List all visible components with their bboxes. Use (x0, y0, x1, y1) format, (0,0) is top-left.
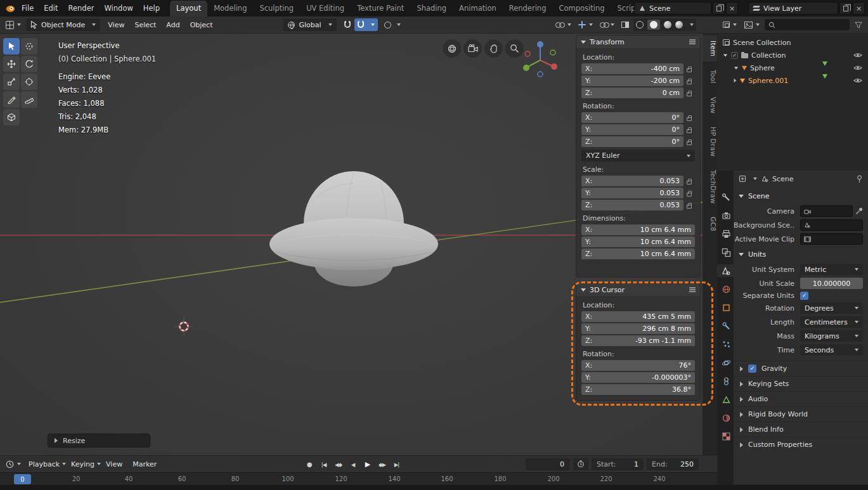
hide-object-eye-icon[interactable] (853, 65, 862, 71)
tab-tool[interactable] (718, 191, 734, 203)
workspace-tab-layout[interactable]: Layout (170, 1, 207, 16)
previous-keyframe-button[interactable]: ◀◆ (332, 458, 345, 471)
dimensions-z-field[interactable]: Z:10 cm 6.4 mm (581, 248, 695, 259)
scale-y-field[interactable]: Y:0.053 (581, 188, 683, 198)
tool-scale[interactable] (3, 74, 20, 90)
tab-particles[interactable] (718, 338, 734, 351)
solid-shading-button[interactable] (647, 20, 660, 30)
timeline-editor-type-button[interactable] (3, 458, 23, 470)
units-section-header[interactable]: Units (734, 247, 868, 261)
menu-view[interactable]: View (101, 460, 127, 468)
scene-datablock-field[interactable]: Scene (634, 2, 711, 15)
sidebar-tab-gc8[interactable]: GC8 (703, 212, 717, 236)
camera-view-button[interactable] (463, 39, 482, 58)
workspace-tab-uv-editing[interactable]: UV Editing (300, 1, 351, 16)
gravity-checkbox[interactable]: ✓ (748, 364, 756, 373)
rotation-unit-dropdown[interactable]: Degrees (800, 302, 863, 314)
lock-sx-button[interactable] (683, 178, 695, 184)
unlink-scene-button[interactable]: × (726, 2, 738, 15)
play-reverse-button[interactable]: ◀ (346, 458, 360, 471)
outliner-search-input[interactable] (778, 21, 846, 29)
scale-z-field[interactable]: Z:0.053 (581, 200, 683, 210)
cursor-rotation-y-field[interactable]: Y:-0.000003° (581, 372, 695, 383)
tool-rotate[interactable] (21, 56, 37, 72)
tab-object[interactable] (718, 301, 734, 314)
active-movie-clip-field[interactable] (800, 233, 863, 245)
menu-edit[interactable]: Edit (39, 4, 63, 13)
play-button[interactable]: ▶ (361, 458, 374, 471)
timeline-ruler[interactable]: 20 40 60 80 100 120 140 160 180 200 220 … (0, 472, 717, 485)
dimensions-y-field[interactable]: Y:10 cm 6.4 mm (581, 236, 695, 247)
mode-dropdown[interactable]: Object Mode (26, 18, 100, 31)
snap-settings-button[interactable] (354, 18, 378, 31)
sidebar-tab-tool[interactable]: Tool (703, 65, 717, 89)
cursor-location-x-field[interactable]: X:435 cm 5 mm (581, 311, 695, 322)
camera-field[interactable] (800, 205, 853, 217)
tab-scene[interactable] (717, 264, 734, 277)
panel-menu-icon[interactable] (689, 41, 696, 42)
tool-measure[interactable] (21, 91, 37, 108)
menu-view[interactable]: View (103, 21, 129, 29)
shading-dropdown-chevron[interactable] (690, 23, 694, 26)
outliner-row-collection[interactable]: ✓ Collection (717, 49, 868, 61)
tab-constraints[interactable] (718, 375, 734, 387)
cursor-rotation-z-field[interactable]: Z:36.8° (581, 384, 695, 395)
tool-transform[interactable] (21, 74, 37, 90)
eyedropper-icon[interactable] (855, 207, 863, 215)
unit-scale-field[interactable]: 10.000000 (800, 278, 863, 289)
next-keyframe-button[interactable]: ◆▶ (375, 458, 389, 471)
menu-help[interactable]: Help (138, 4, 165, 13)
sidebar-tab-item[interactable]: Item (703, 35, 717, 61)
wireframe-shading-icon[interactable] (636, 21, 644, 29)
tab-render[interactable] (718, 209, 734, 222)
background-scene-field[interactable] (800, 219, 863, 231)
workspace-tab-animation[interactable]: Animation (453, 1, 503, 16)
rotation-mode-dropdown[interactable]: XYZ Euler (581, 150, 695, 162)
time-unit-dropdown[interactable]: Seconds (800, 344, 863, 356)
expanded-icon[interactable] (723, 54, 727, 56)
workspace-tab-sculpting[interactable]: Sculpting (253, 1, 300, 16)
hide-object-eye-icon[interactable] (853, 77, 862, 84)
scale-x-field[interactable]: X:0.053 (581, 176, 683, 186)
rendered-shading-icon[interactable] (675, 21, 683, 29)
outliner-filter-id-button[interactable] (742, 18, 762, 31)
location-y-field[interactable]: Y:-200 cm (581, 75, 683, 86)
menu-keying[interactable]: Keying (66, 460, 100, 468)
menu-select[interactable]: Select (129, 21, 161, 29)
orthographic-toggle-button[interactable] (443, 39, 461, 58)
audio-panel-header[interactable]: Audio (734, 391, 868, 406)
mass-unit-dropdown[interactable]: Kilograms (800, 330, 863, 342)
keying-sets-panel-header[interactable]: Keying Sets (734, 376, 868, 391)
blend-info-panel-header[interactable]: Blend Info (734, 422, 868, 437)
lock-ry-button[interactable] (683, 127, 695, 133)
lock-x-button[interactable] (683, 66, 695, 72)
hide-collection-eye-icon[interactable] (853, 52, 862, 58)
sidebar-tab-view[interactable]: View (703, 92, 717, 119)
end-frame-field[interactable]: End:250 (647, 458, 699, 470)
rotation-y-field[interactable]: Y:0° (581, 124, 683, 135)
tool-select-box[interactable] (3, 38, 20, 55)
outliner-display-mode-button[interactable] (720, 18, 739, 31)
menu-render[interactable]: Render (63, 4, 100, 13)
new-scene-button[interactable] (713, 2, 725, 15)
xray-toggle[interactable] (619, 18, 632, 31)
menu-file[interactable]: File (16, 4, 39, 13)
collapsed-icon[interactable] (734, 79, 737, 82)
proportional-falloff-dropdown[interactable] (394, 18, 403, 31)
material-shading-icon[interactable] (664, 21, 671, 29)
sidebar-tab-hp-draw[interactable]: HP Draw (703, 122, 717, 162)
panel-menu-icon[interactable] (689, 289, 696, 290)
cursor-location-y-field[interactable]: Y:296 cm 8 mm (581, 323, 695, 334)
tool-add-primitive[interactable] (3, 109, 20, 126)
jump-to-start-button[interactable]: |◀ (317, 458, 330, 471)
lock-y-button[interactable] (683, 78, 695, 84)
menu-add[interactable]: Add (161, 21, 185, 29)
cursor-panel-header[interactable]: 3D Cursor (576, 283, 700, 296)
tab-output[interactable] (718, 228, 734, 240)
transform-panel-header[interactable]: Transform (576, 35, 700, 48)
use-preview-range-button[interactable] (573, 458, 588, 470)
new-view-layer-button[interactable] (839, 2, 852, 15)
length-unit-dropdown[interactable]: Centimeters (800, 316, 863, 328)
separate-units-checkbox[interactable]: ✓ (800, 292, 808, 300)
transform-orientation-dropdown[interactable]: Global (283, 18, 336, 31)
